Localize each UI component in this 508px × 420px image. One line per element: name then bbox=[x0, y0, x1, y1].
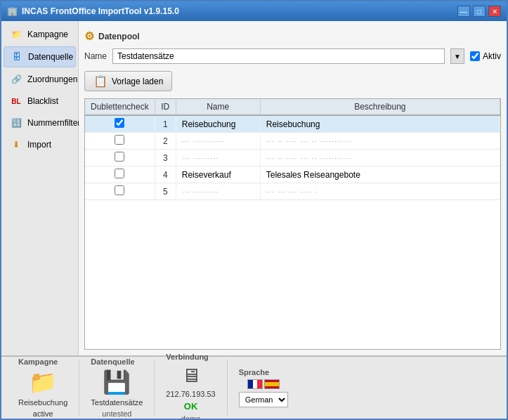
kampagne-icon: 📁 bbox=[9, 27, 23, 41]
aktiv-label: Aktiv bbox=[483, 51, 501, 61]
vorlage-icon: 📋 bbox=[93, 74, 108, 88]
aktiv-checkbox[interactable] bbox=[470, 51, 480, 61]
col-name: Name bbox=[176, 99, 260, 115]
sprache-status-title: Sprache bbox=[239, 368, 269, 376]
row-id: 1 bbox=[155, 115, 176, 133]
row-description: ··· ··· ··· ···· · bbox=[260, 183, 500, 200]
title-bar-left: 🏢 INCAS FrontOffice ImportTool v1.9.15.0 bbox=[7, 6, 179, 16]
sidebar-item-import[interactable]: ⬇ Import bbox=[4, 135, 76, 155]
row-description: Telesales Reiseangebote bbox=[260, 166, 500, 183]
window-title: INCAS FrontOffice ImportTool v1.9.15.0 bbox=[22, 6, 179, 16]
sidebar-label-import: Import bbox=[27, 140, 51, 150]
sidebar-item-datenquelle[interactable]: 🗄 Datenquelle bbox=[4, 46, 76, 67]
col-beschreibung: Beschreibung bbox=[260, 99, 500, 115]
status-sprache: Sprache German English French Spanish bbox=[228, 360, 299, 416]
status-bar: Kampagne 📁 Reisebuchung active Datenquel… bbox=[1, 355, 507, 419]
datenquelle-status-subtext: untested bbox=[102, 409, 131, 418]
sidebar-label-blacklist: Blacklist bbox=[27, 96, 58, 106]
vorlage-laden-button[interactable]: 📋 Vorlage laden bbox=[84, 71, 172, 91]
col-dublettencheck: Dublettencheck bbox=[85, 99, 155, 115]
table-row[interactable]: 5··· ············ ··· ··· ···· · bbox=[85, 183, 500, 200]
row-checkbox[interactable] bbox=[115, 118, 124, 128]
name-row: Name ▼ Aktiv bbox=[84, 48, 501, 64]
maximize-button[interactable]: □ bbox=[473, 6, 486, 17]
zuordnungen-icon: 🔗 bbox=[9, 72, 23, 86]
kampagne-status-title: Kampagne bbox=[18, 357, 58, 366]
sidebar-label-zuordnungen: Zuordnungen bbox=[27, 74, 77, 84]
app-icon: 🏢 bbox=[7, 6, 18, 16]
row-description: Reisebuchung bbox=[260, 115, 500, 133]
sidebar-item-nummernfilter[interactable]: 🔢 Nummernfilter bbox=[4, 113, 76, 133]
datenquelle-status-name: Testdatensätze bbox=[91, 398, 143, 407]
vorlage-label: Vorlage laden bbox=[112, 77, 163, 86]
row-checkbox-cell bbox=[85, 166, 155, 183]
row-description: ··· ·· ···· ··· ·· ··········· bbox=[260, 150, 500, 166]
table-row[interactable]: 1ReisebuchungReisebuchung bbox=[85, 115, 500, 133]
row-checkbox-cell bbox=[85, 150, 155, 166]
flag-french bbox=[247, 379, 263, 389]
row-name: ··· ········· bbox=[176, 150, 260, 166]
row-id: 5 bbox=[155, 183, 176, 200]
row-checkbox-cell bbox=[85, 133, 155, 150]
row-name: Reiseverkauf bbox=[176, 166, 260, 183]
col-id: ID bbox=[155, 99, 176, 115]
kampagne-status-icon: 📁 bbox=[29, 369, 57, 395]
flag-container bbox=[247, 379, 280, 389]
row-checkbox-cell bbox=[85, 183, 155, 200]
status-kampagne: Kampagne 📁 Reisebuchung active bbox=[7, 360, 79, 416]
sidebar: 📁 Kampagne 🗄 Datenquelle 🔗 Zuordnungen B… bbox=[1, 21, 79, 355]
sidebar-item-blacklist[interactable]: BL Blacklist bbox=[4, 91, 76, 111]
datenpool-icon: ⚙ bbox=[84, 29, 94, 43]
kampagne-status-subtext: active bbox=[33, 409, 53, 418]
aktiv-checkbox-container: Aktiv bbox=[470, 51, 501, 61]
verbindung-status-ok: OK bbox=[184, 401, 198, 412]
sidebar-label-kampagne: Kampagne bbox=[27, 29, 68, 39]
language-select[interactable]: German English French Spanish bbox=[239, 392, 288, 407]
section-header: ⚙ Datenpool bbox=[84, 27, 501, 48]
name-dropdown-arrow[interactable]: ▼ bbox=[450, 48, 464, 64]
flag-spanish bbox=[264, 379, 280, 389]
row-name: Reisebuchung bbox=[176, 115, 260, 133]
row-name: ··· ········· bbox=[176, 183, 260, 200]
close-button[interactable]: ✕ bbox=[488, 6, 501, 17]
verbindung-ip: 212.76.193.53 bbox=[166, 390, 215, 398]
datenquelle-status-icon: 💾 bbox=[103, 369, 131, 395]
table-header-row: Dublettencheck ID Name Beschreibung bbox=[85, 99, 500, 115]
status-datenquelle: Datenquelle 💾 Testdatensätze untested bbox=[79, 360, 155, 416]
verbindung-status-icon: 🖥 bbox=[181, 364, 201, 387]
table-container: Dublettencheck ID Name Beschreibung 1Rei… bbox=[84, 98, 501, 350]
minimize-button[interactable]: — bbox=[457, 6, 470, 17]
section-title: Datenpool bbox=[98, 32, 140, 41]
sidebar-item-zuordnungen[interactable]: 🔗 Zuordnungen bbox=[4, 70, 76, 89]
row-description: ··· ·· ···· ··· ·· ··········· bbox=[260, 133, 500, 150]
row-id: 4 bbox=[155, 166, 176, 183]
datenquelle-icon: 🗄 bbox=[10, 50, 24, 64]
verbindung-subtext: demo bbox=[181, 414, 201, 420]
main-area: 📁 Kampagne 🗄 Datenquelle 🔗 Zuordnungen B… bbox=[1, 21, 507, 355]
row-checkbox[interactable] bbox=[115, 169, 124, 178]
blacklist-icon: BL bbox=[9, 94, 23, 108]
table-row[interactable]: 2··· ·············· ·· ···· ··· ·· ·····… bbox=[85, 133, 500, 150]
sidebar-item-kampagne[interactable]: 📁 Kampagne bbox=[4, 25, 76, 44]
verbindung-status-title: Verbindung bbox=[166, 353, 209, 361]
row-checkbox[interactable] bbox=[115, 152, 124, 162]
sidebar-label-nummernfilter: Nummernfilter bbox=[27, 118, 80, 128]
row-checkbox-cell bbox=[85, 115, 155, 133]
table-row[interactable]: 4ReiseverkaufTelesales Reiseangebote bbox=[85, 166, 500, 183]
title-bar: 🏢 INCAS FrontOffice ImportTool v1.9.15.0… bbox=[1, 1, 507, 21]
nummernfilter-icon: 🔢 bbox=[9, 116, 23, 130]
title-bar-controls: — □ ✕ bbox=[457, 6, 501, 17]
row-name: ··· ··········· bbox=[176, 133, 260, 150]
row-checkbox[interactable] bbox=[115, 135, 124, 145]
import-icon: ⬇ bbox=[9, 138, 23, 152]
datenquelle-status-title: Datenquelle bbox=[91, 357, 134, 366]
kampagne-status-name: Reisebuchung bbox=[18, 398, 67, 407]
name-input[interactable] bbox=[112, 48, 445, 64]
table-row[interactable]: 3··· ············ ·· ···· ··· ·· ·······… bbox=[85, 150, 500, 166]
row-checkbox[interactable] bbox=[115, 185, 124, 195]
sidebar-label-datenquelle: Datenquelle bbox=[28, 52, 73, 62]
data-table: Dublettencheck ID Name Beschreibung 1Rei… bbox=[85, 99, 500, 200]
row-id: 3 bbox=[155, 150, 176, 166]
row-id: 2 bbox=[155, 133, 176, 150]
status-verbindung: Verbindung 🖥 212.76.193.53 OK demo bbox=[155, 360, 227, 416]
